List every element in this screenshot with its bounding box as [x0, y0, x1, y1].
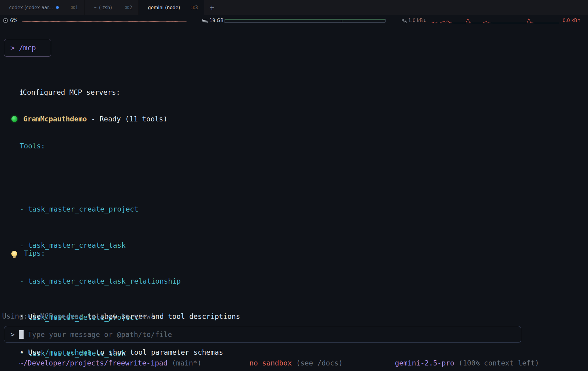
network-graph: [431, 17, 559, 25]
memory-gauge-tick: [342, 20, 342, 22]
cpu-usage-label: 6%: [10, 18, 17, 23]
tab-shortcut: ⌘1: [70, 5, 78, 10]
footer-left: ~/Developer/projects/freewrite-ipad(main…: [2, 350, 202, 371]
cpu-sparkline: [22, 18, 187, 24]
command-echo-box: > /mcp: [4, 39, 51, 57]
server-status: - Ready (11 tools): [87, 115, 168, 123]
tab-shortcut: ⌘2: [125, 5, 132, 10]
server-line: GramMcpauthdemo - Ready (11 tools): [11, 115, 181, 124]
tab-label: gemini (node): [148, 5, 180, 10]
tab-gemini-active[interactable]: gemini (node) ⌘3: [139, 0, 204, 15]
tools-label: Tools:: [20, 142, 181, 151]
info-text: Configured MCP servers:: [23, 88, 120, 96]
server-ready-dot-icon: [11, 116, 17, 122]
tab-label: ~ (-zsh): [94, 5, 112, 10]
input-cursor: [19, 330, 24, 339]
tool-list-item: - task_master_create_project: [20, 205, 181, 214]
new-tab-button[interactable]: +: [204, 0, 220, 15]
footer-middle: no sandbox(see /docs): [232, 350, 343, 371]
network-up-label: 0.0 kB↑: [563, 18, 581, 23]
sandbox-status: no sandbox: [249, 359, 292, 367]
input-prompt: >: [10, 331, 15, 338]
footer-right: gemini-2.5-pro(100% context left): [378, 350, 539, 371]
server-name: GramMcpauthdemo: [23, 115, 87, 123]
memory-gauge-fill: [225, 19, 385, 20]
network-icon: [402, 19, 407, 25]
command-text: > /mcp: [10, 44, 36, 52]
lightbulb-icon: [11, 251, 17, 257]
message-input[interactable]: > Type your message or @path/to/file: [4, 326, 521, 343]
memory-gauge: [224, 19, 386, 23]
input-placeholder: Type your message or @path/to/file: [28, 331, 172, 338]
system-status-bar: 6% 19 GB 1.0 kB↓: [0, 15, 588, 26]
cwd-path: ~/Developer/projects/freewrite-ipad: [19, 359, 168, 367]
tab-zsh[interactable]: ~ (-zsh) ⌘2: [85, 0, 139, 15]
model-name: gemini-2.5-pro: [395, 359, 454, 367]
tool-dash: -: [20, 205, 28, 213]
tool-name: task_master_create_project: [28, 205, 138, 213]
tab-label: codex (codex-aar...: [9, 5, 53, 10]
info-icon: ℹ: [20, 88, 23, 96]
tab-bar: codex (codex-aar... ⌘1 ~ (-zsh) ⌘2 gemin…: [0, 0, 588, 15]
tab-codex[interactable]: codex (codex-aar... ⌘1: [0, 0, 85, 15]
network-down-label: 1.0 kB↓: [408, 18, 427, 23]
tab-shortcut: ⌘3: [190, 5, 198, 10]
cpu-icon: [3, 18, 8, 24]
tips-label: Tips:: [24, 249, 45, 257]
terminal-window: codex (codex-aar... ⌘1 ~ (-zsh) ⌘2 gemin…: [0, 0, 588, 371]
mcp-usage-summary: Using: 1 MCP server (ctrl+t to view): [2, 312, 155, 321]
memory-usage-label: 19 GB: [209, 18, 224, 23]
git-branch: (main*): [172, 359, 202, 367]
context-remaining: (100% context left): [458, 359, 539, 367]
notification-dot-icon: [56, 6, 59, 9]
memory-icon: [202, 18, 208, 24]
sandbox-note: (see /docs): [296, 359, 343, 367]
tips-header: Tips:: [11, 249, 325, 258]
